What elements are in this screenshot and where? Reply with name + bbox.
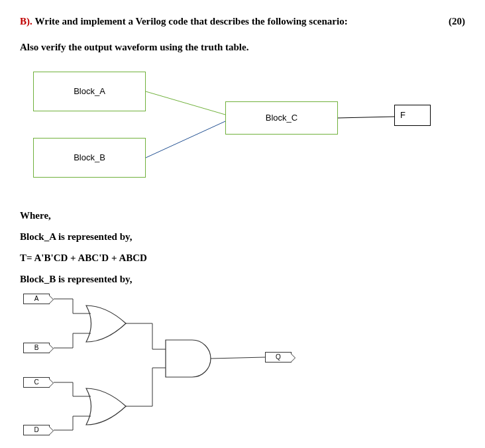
gate-svg	[20, 292, 318, 438]
or-gate-top	[86, 306, 126, 342]
question-text: Write and implement a Verilog code that …	[35, 16, 348, 27]
gate-diagram: A B C D Q	[20, 292, 318, 438]
svg-line-21	[211, 357, 265, 359]
block-diagram: Block_A Block_B Block_C F	[20, 68, 465, 201]
block-a-rep: Block_A is represented by,	[20, 229, 465, 245]
question-text-line: B). Write and implement a Verilog code t…	[20, 13, 348, 29]
input-pin-a: A	[23, 294, 50, 304]
svg-line-0	[146, 91, 225, 115]
block-c-label: Block_C	[266, 111, 297, 125]
equation-t: T= A'B'CD + ABC'D + ABCD	[20, 250, 465, 266]
svg-line-1	[146, 121, 225, 158]
input-pin-d: D	[23, 425, 50, 435]
svg-line-2	[338, 117, 394, 118]
question-points: (20)	[449, 13, 465, 29]
block-a: Block_A	[33, 72, 146, 111]
block-b-rep: Block_B is represented by,	[20, 271, 465, 287]
input-pin-c: C	[23, 377, 50, 388]
question-subtext: Also verify the output waveform using th…	[20, 39, 465, 55]
question-header: B). Write and implement a Verilog code t…	[20, 13, 465, 29]
pin-d-label: D	[34, 425, 38, 435]
block-f: F	[394, 105, 431, 126]
where-section: Where, Block_A is represented by, T= A'B…	[20, 207, 465, 287]
block-c: Block_C	[225, 101, 338, 135]
pin-c-label: C	[34, 377, 38, 388]
block-f-label: F	[400, 109, 405, 123]
output-pin-q: Q	[265, 352, 292, 363]
input-pin-b: B	[23, 343, 50, 353]
pin-b-label: B	[34, 343, 39, 353]
pin-q-label: Q	[276, 352, 281, 363]
question-label: B).	[20, 16, 32, 27]
or-gate-bottom	[86, 388, 126, 425]
where-heading: Where,	[20, 207, 465, 223]
pin-a-label: A	[34, 294, 39, 304]
block-b-label: Block_B	[74, 151, 105, 165]
block-a-label: Block_A	[74, 85, 105, 99]
block-b: Block_B	[33, 138, 146, 178]
and-gate	[166, 340, 211, 377]
